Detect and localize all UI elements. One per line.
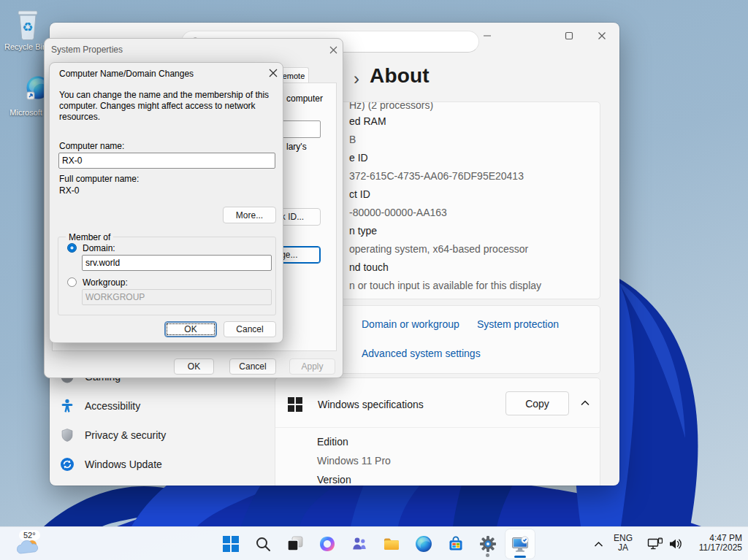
- tray-show-hidden-icons[interactable]: [590, 536, 606, 552]
- sidebar-item-label: Privacy & security: [85, 429, 166, 441]
- spec-line: n type: [349, 225, 377, 239]
- member-of-label: Member of: [66, 232, 113, 242]
- sp-cancel-button[interactable]: Cancel: [229, 358, 276, 375]
- shield-icon: [60, 428, 75, 442]
- store-icon: [447, 535, 465, 553]
- language-line2: JA: [612, 543, 634, 553]
- task-view-icon: [286, 535, 304, 553]
- windows-specifications-card: Windows specifications Copy Edition Wind…: [275, 377, 600, 486]
- store-button[interactable]: [441, 529, 470, 559]
- sidebar-item-label: Accessibility: [85, 400, 140, 412]
- card-divider: [275, 427, 601, 428]
- windows-logo-icon: [288, 397, 302, 412]
- windows-update-icon: [60, 457, 75, 472]
- volume-tray-button[interactable]: [666, 536, 685, 552]
- system-properties-app-icon: [511, 534, 530, 553]
- weather-cloud-icon: [15, 539, 41, 556]
- spec-line: operating system, x64-based processor: [349, 243, 528, 258]
- volume-icon: [668, 538, 683, 550]
- domain-input[interactable]: [82, 255, 272, 271]
- accessibility-icon: [60, 399, 75, 413]
- breadcrumb-chevron: ›: [354, 69, 359, 89]
- spec-line: -80000-00000-AA163: [349, 207, 447, 221]
- domain-or-workgroup-link[interactable]: Domain or workgroup: [362, 318, 459, 330]
- chevron-up-icon[interactable]: [580, 399, 590, 407]
- search-icon: [255, 536, 271, 552]
- close-icon: [598, 31, 606, 40]
- sp-ok-button[interactable]: OK: [174, 358, 214, 375]
- start-button[interactable]: [216, 529, 245, 559]
- spec-line: ct ID: [349, 188, 370, 203]
- system-properties-taskbar-button[interactable]: [505, 529, 535, 559]
- spec-line: 372-615C-4735-AA06-76DF95E20413: [349, 170, 524, 185]
- copilot-icon: [318, 535, 336, 553]
- workgroup-input[interactable]: [82, 289, 272, 305]
- teams-button[interactable]: [345, 529, 374, 559]
- close-icon: [269, 69, 278, 77]
- system-properties-close-button[interactable]: [327, 43, 340, 56]
- close-button[interactable]: [594, 28, 610, 44]
- spec-line: n or touch input is available for this d…: [349, 280, 541, 294]
- weather-widget[interactable]: 52°: [10, 529, 54, 559]
- network-tray-button[interactable]: [646, 536, 665, 552]
- taskbar-search-button[interactable]: [248, 529, 278, 559]
- file-explorer-icon: [383, 535, 400, 553]
- domain-dialog-cancel-button[interactable]: Cancel: [224, 321, 276, 337]
- svg-text:♻: ♻: [22, 20, 33, 34]
- copy-button[interactable]: Copy: [505, 391, 569, 415]
- spec-line: e ID: [349, 152, 368, 166]
- edge-icon: [415, 535, 432, 553]
- workgroup-radio[interactable]: [67, 277, 77, 287]
- domain-dialog-description: You can change the name and the membersh…: [59, 90, 274, 123]
- example-text-fragment: lary's: [286, 142, 307, 152]
- copilot-button[interactable]: [313, 529, 342, 559]
- clock-date: 11/17/2025: [685, 543, 742, 553]
- advanced-system-settings-link[interactable]: Advanced system settings: [362, 348, 481, 359]
- edition-label: Edition: [317, 436, 348, 448]
- system-protection-link[interactable]: System protection: [477, 318, 559, 330]
- network-icon: [647, 537, 663, 551]
- sidebar-item-accessibility[interactable]: Accessibility: [54, 393, 270, 419]
- settings-gear-icon: [479, 535, 497, 553]
- spec-line: nd touch: [349, 261, 389, 276]
- full-computer-name-label: Full computer name:: [59, 174, 139, 184]
- settings-button[interactable]: [473, 529, 503, 559]
- settings-running-indicator: [486, 553, 489, 557]
- edition-value: Windows 11 Pro: [317, 455, 391, 467]
- recycle-bin-icon: ♻: [13, 7, 42, 42]
- task-view-button[interactable]: [280, 529, 310, 559]
- minimize-icon: [483, 31, 492, 40]
- computer-name-input[interactable]: [58, 153, 275, 169]
- active-app-indicator: [514, 556, 526, 558]
- close-icon: [329, 46, 337, 54]
- maximize-button[interactable]: [561, 28, 577, 44]
- taskbar: 52°: [0, 526, 748, 560]
- edge-button[interactable]: [409, 529, 438, 559]
- language-indicator[interactable]: ENG JA: [612, 534, 634, 553]
- tab-page-text-fragment: computer: [286, 93, 323, 104]
- sp-apply-button[interactable]: Apply: [289, 358, 335, 375]
- windows-start-icon: [222, 535, 240, 553]
- domain-dialog-ok-button[interactable]: OK: [164, 321, 217, 337]
- chevron-up-icon: [594, 541, 603, 548]
- sidebar-item-privacy-security[interactable]: Privacy & security: [54, 422, 270, 448]
- sidebar-item-windows-update[interactable]: Windows Update: [54, 451, 270, 477]
- more-button[interactable]: More...: [223, 207, 276, 223]
- windows-specifications-title: Windows specifications: [318, 399, 424, 410]
- spec-line: Hz) (2 processors): [349, 101, 433, 114]
- domain-radio-label: Domain:: [83, 243, 115, 253]
- file-explorer-button[interactable]: [377, 529, 406, 559]
- spec-line: ed RAM: [349, 115, 386, 130]
- domain-dialog-close-button[interactable]: [267, 66, 280, 80]
- workgroup-radio-label: Workgroup:: [83, 277, 128, 288]
- domain-radio[interactable]: [67, 243, 77, 253]
- maximize-icon: [565, 31, 573, 40]
- computer-name-label: Computer name:: [59, 141, 124, 151]
- teams-icon: [351, 535, 368, 553]
- page-title: About: [370, 64, 430, 88]
- full-computer-name-value: RX-0: [59, 185, 79, 196]
- clock[interactable]: 4:47 PM 11/17/2025: [685, 534, 742, 553]
- minimize-button[interactable]: [479, 28, 495, 44]
- version-label: Version: [317, 474, 351, 486]
- domain-dialog-title: Computer Name/Domain Changes: [59, 69, 194, 79]
